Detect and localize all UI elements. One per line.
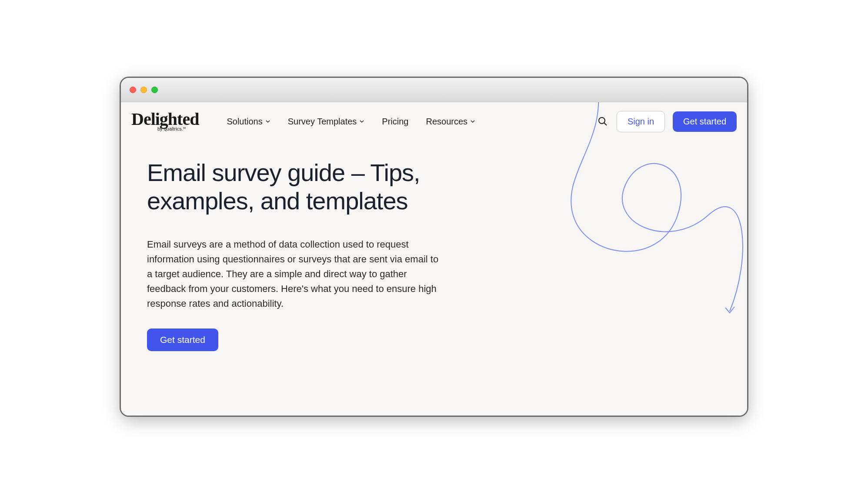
chevron-down-icon: [359, 119, 364, 124]
browser-window: Delighted by qualtrics.ᴹ Solutions Surve…: [121, 78, 747, 416]
chevron-down-icon: [265, 119, 270, 124]
maximize-icon[interactable]: [151, 87, 158, 93]
nav-links: Solutions Survey Templates Pricing Resou…: [227, 117, 475, 127]
hero-cta-button[interactable]: Get started: [147, 329, 218, 351]
nav-link-label: Pricing: [382, 117, 408, 127]
nav-link-label: Survey Templates: [288, 117, 357, 127]
logo-main: Delighted: [131, 111, 199, 127]
hero-body: Email surveys are a method of data colle…: [147, 237, 443, 311]
nav-resources[interactable]: Resources: [426, 117, 475, 127]
nav-right: Sign in Get started: [597, 111, 737, 132]
page-title: Email survey guide – Tips, examples, and…: [147, 158, 443, 215]
svg-line-1: [604, 123, 607, 126]
logo-sub: by qualtrics.ᴹ: [157, 126, 186, 132]
nav-link-label: Resources: [426, 117, 467, 127]
page-content: Delighted by qualtrics.ᴹ Solutions Surve…: [121, 102, 747, 416]
close-icon[interactable]: [130, 87, 136, 93]
svg-point-0: [599, 117, 605, 124]
nav-solutions[interactable]: Solutions: [227, 117, 270, 127]
window-titlebar: [121, 78, 747, 102]
main-nav: Delighted by qualtrics.ᴹ Solutions Surve…: [121, 102, 747, 137]
nav-pricing[interactable]: Pricing: [382, 117, 408, 127]
minimize-icon[interactable]: [140, 87, 147, 93]
search-icon: [598, 117, 608, 126]
traffic-lights: [130, 87, 158, 93]
search-button[interactable]: [597, 115, 609, 127]
signin-button[interactable]: Sign in: [617, 111, 665, 132]
chevron-down-icon: [470, 119, 475, 124]
nav-survey-templates[interactable]: Survey Templates: [288, 117, 365, 127]
logo[interactable]: Delighted by qualtrics.ᴹ: [131, 111, 199, 132]
hero-section: Email survey guide – Tips, examples, and…: [121, 137, 469, 378]
nav-link-label: Solutions: [227, 117, 262, 127]
getstarted-button[interactable]: Get started: [673, 111, 737, 132]
